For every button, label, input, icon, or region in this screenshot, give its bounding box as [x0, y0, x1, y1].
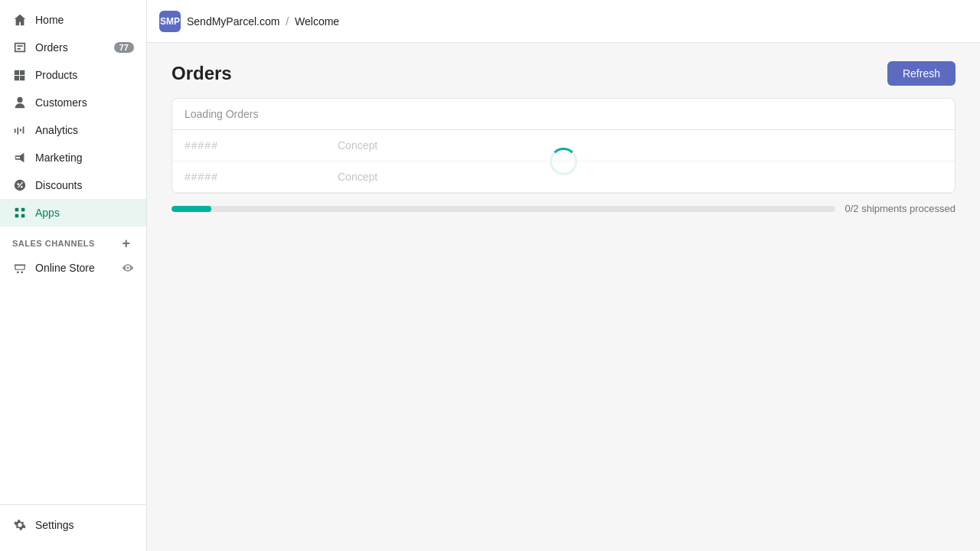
table-row: ##### Concept [172, 161, 955, 193]
sidebar-item-settings[interactable]: Settings [0, 511, 146, 539]
marketing-icon [12, 150, 28, 165]
sidebar-item-online-store-label: Online Store [35, 262, 95, 274]
main-content: SMP SendMyParcel.com / Welcome Orders Re… [147, 0, 980, 551]
logo-text: SMP [160, 16, 180, 27]
apps-icon [12, 205, 28, 220]
page-title: Orders [172, 63, 232, 84]
sales-channels-section: SALES CHANNELS + [0, 227, 146, 254]
orders-badge: 77 [114, 42, 134, 53]
orders-table: ##### Concept ##### Concept [172, 130, 955, 193]
sidebar-item-analytics-label: Analytics [35, 124, 78, 136]
refresh-button[interactable]: Refresh [887, 61, 956, 86]
sidebar-item-orders-label: Orders [35, 41, 68, 54]
products-icon [12, 67, 28, 83]
online-store-icon [12, 260, 28, 276]
order-id-2: ##### [185, 171, 338, 183]
order-status-1: Concept [338, 139, 377, 152]
progress-text: 0/2 shipments processed [844, 203, 956, 214]
sidebar-item-analytics[interactable]: Analytics [0, 116, 146, 144]
sidebar-item-customers-label: Customers [35, 96, 87, 109]
loading-text: Loading Orders [172, 99, 955, 130]
sales-channels-label: SALES CHANNELS [12, 239, 95, 248]
settings-icon [12, 517, 28, 533]
page-body: Orders Refresh Loading Orders ##### Conc… [147, 43, 980, 551]
sidebar-item-apps[interactable]: Apps [0, 199, 146, 227]
breadcrumb-page: Welcome [295, 15, 339, 28]
sidebar-item-discounts-label: Discounts [35, 179, 82, 191]
home-icon [12, 12, 28, 28]
progress-section: 0/2 shipments processed [172, 203, 956, 214]
orders-icon [12, 40, 28, 55]
progress-bar-fill [172, 206, 211, 212]
sidebar-item-marketing[interactable]: Marketing [0, 144, 146, 171]
breadcrumb: SendMyParcel.com / Welcome [187, 15, 339, 28]
sidebar-item-home[interactable]: Home [0, 6, 146, 34]
app-logo: SMP [159, 11, 181, 32]
sidebar-item-online-store[interactable]: Online Store [0, 254, 146, 282]
eye-icon[interactable] [122, 262, 134, 274]
sidebar: Home Orders 77 Products [0, 0, 147, 551]
page-header: Orders Refresh [172, 61, 956, 86]
sidebar-nav: Home Orders 77 Products [0, 0, 146, 504]
sidebar-item-products-label: Products [35, 69, 77, 81]
table-row: ##### Concept [172, 130, 955, 161]
analytics-icon [12, 122, 28, 138]
sidebar-item-home-label: Home [35, 14, 64, 26]
order-id-1: ##### [185, 139, 338, 152]
sidebar-item-products[interactable]: Products [0, 61, 146, 89]
sidebar-item-apps-label: Apps [35, 207, 60, 219]
sidebar-item-customers[interactable]: Customers [0, 89, 146, 116]
sidebar-item-discounts[interactable]: Discounts [0, 171, 146, 199]
customers-icon [12, 95, 28, 110]
sidebar-item-marketing-label: Marketing [35, 152, 82, 164]
add-sales-channel-button[interactable]: + [119, 236, 134, 251]
breadcrumb-separator: / [286, 15, 289, 28]
order-status-2: Concept [338, 171, 377, 183]
discounts-icon [12, 178, 28, 193]
sidebar-item-settings-label: Settings [35, 519, 74, 531]
orders-card: Loading Orders ##### Concept ##### Conce… [172, 98, 956, 194]
sidebar-bottom: Settings [0, 504, 146, 551]
breadcrumb-site: SendMyParcel.com [187, 15, 279, 28]
sidebar-item-orders[interactable]: Orders 77 [0, 34, 146, 61]
progress-bar-background [172, 206, 835, 212]
topbar: SMP SendMyParcel.com / Welcome [147, 0, 980, 43]
